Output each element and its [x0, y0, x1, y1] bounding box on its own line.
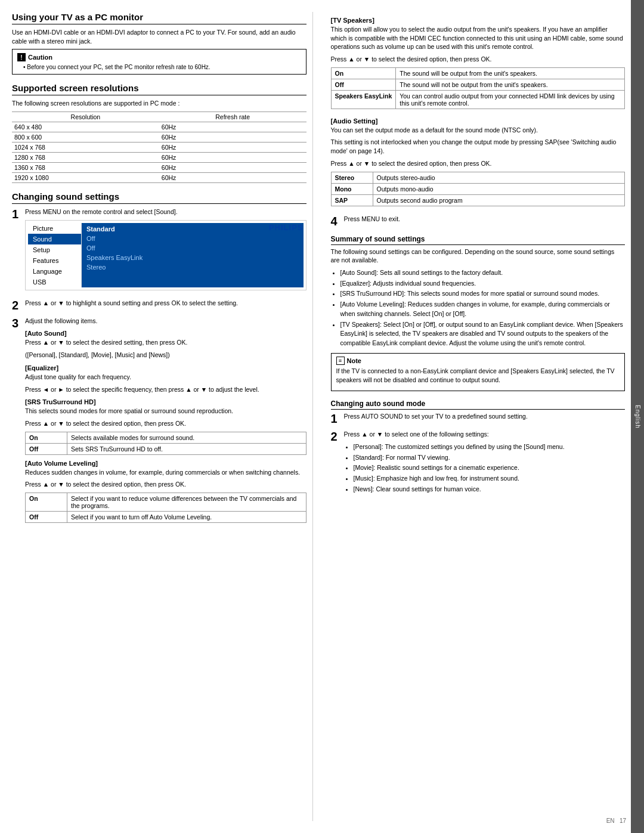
srs-table: OnSelects available modes for surround s… — [25, 432, 306, 455]
caution-label: Caution — [28, 54, 52, 61]
srs-label: [SRS TruSurround HD] — [25, 398, 306, 405]
philips-logo: PHILIPS — [269, 223, 304, 232]
table-value: Sets SRS TruSurround HD to off. — [67, 443, 306, 454]
srs-text: This selects sound modes for more spatia… — [25, 407, 306, 416]
step-1-body: Press MENU on the remote control and sel… — [25, 208, 306, 294]
step-2-text: Press ▲ or ▼ to highlight a sound settin… — [25, 299, 306, 308]
note-text: If the TV is connected to a non-EasyLink… — [336, 367, 620, 384]
table-label: On — [26, 432, 67, 443]
table-cell: 60Hz — [159, 153, 306, 163]
table-label: On — [331, 67, 396, 79]
menu-image-inner: PictureSoundSetupFeaturesLanguageUSB Sta… — [28, 223, 304, 287]
audio-setting-label: [Audio Setting] — [331, 117, 626, 125]
table-cell: 60Hz — [159, 132, 306, 143]
resolution-table: Resolution Refresh rate 640 x 48060Hz800… — [12, 112, 306, 183]
menu-item: Features — [28, 255, 81, 266]
step-4-body: Press MENU to exit. — [344, 215, 626, 228]
step-3-body: Adjust the following items. [Auto Sound]… — [25, 317, 306, 527]
tv-speakers-text: This option will allow you to select the… — [331, 25, 626, 51]
auto-step-2-text: Press ▲ or ▼ to select one of the follow… — [344, 430, 626, 439]
step-4-number: 4 — [331, 215, 340, 228]
caution-icon: ! — [17, 53, 26, 61]
note-box: ≡ Note If the TV is connected to a non-E… — [331, 353, 626, 391]
resolutions-title: Supported screen resolutions — [12, 83, 306, 95]
audio-setting-press: Press ▲ or ▼ to select the desired optio… — [331, 159, 626, 168]
auto-sound-options: ([Personal], [Standard], [Movie], [Music… — [25, 351, 306, 360]
caution-text: • Before you connect your PC, set the PC… — [17, 64, 301, 70]
table-label: Off — [26, 511, 67, 522]
menu-right-item: Speakers EasyLink — [82, 253, 304, 262]
auto-step-2-list: [Personal]: The customized settings you … — [344, 442, 626, 494]
table-value: Select if you want to reduce volume diff… — [67, 493, 306, 511]
table-label: Speakers EasyLink — [331, 90, 396, 109]
list-item: [SRS TruSurround HD]: This selects sound… — [340, 289, 626, 299]
menu-right-item: Stereo — [82, 262, 304, 272]
step-4-text: Press MENU to exit. — [344, 215, 626, 224]
resolutions-intro: The following screen resolutions are sup… — [12, 99, 306, 108]
auto-step-2-number: 2 — [331, 430, 340, 497]
menu-right: StandardOffOffSpeakers EasyLinkStereo — [82, 223, 304, 287]
list-item: [Music]: Emphasize high and low freq. fo… — [354, 474, 626, 484]
list-item: [Auto Volume Leveling]: Reduces sudden c… — [340, 300, 626, 319]
table-value: The sound will not be output from the un… — [396, 79, 625, 90]
auto-step-1-body: Press AUTO SOUND to set your TV to a pre… — [344, 412, 626, 425]
auto-step-2-body: Press ▲ or ▼ to select one of the follow… — [344, 430, 626, 497]
menu-item: Sound — [28, 234, 81, 244]
list-item: [TV Speakers]: Select [On] or [Off], or … — [340, 320, 626, 348]
list-item: [Personal]: The customized settings you … — [354, 442, 626, 452]
menu-item: Setup — [28, 244, 81, 255]
table-cell: 60Hz — [159, 163, 306, 173]
table-value: Selects available modes for surround sou… — [67, 432, 306, 443]
equalizer-label: [Equalizer] — [25, 364, 306, 371]
audio-setting-text2: This setting is not interlocked when you… — [331, 138, 626, 155]
note-label: Note — [347, 357, 361, 364]
table-cell: 1360 x 768 — [12, 163, 159, 173]
caution-detail: Before you connect your PC, set the PC m… — [27, 64, 210, 70]
col-resolution: Resolution — [12, 112, 159, 122]
audio-setting-table: StereoOutputs stereo-audioMonoOutputs mo… — [331, 172, 626, 206]
auto-volume-press: Press ▲ or ▼ to select the desired optio… — [25, 480, 306, 489]
list-item: [Equalizer]: Adjusts individual sound fr… — [340, 279, 626, 289]
auto-sound-text: Press ▲ or ▼ to select the desired setti… — [25, 338, 306, 347]
tv-speakers-press: Press ▲ or ▼ to select the desired optio… — [331, 55, 626, 64]
table-value: Select if you want to turn off Auto Volu… — [67, 511, 306, 522]
list-item: [Standard]: For normal TV viewing. — [354, 453, 626, 463]
step-2-row: 2 Press ▲ or ▼ to highlight a sound sett… — [12, 299, 306, 312]
tv-speakers-table: OnThe sound will be output from the unit… — [331, 67, 626, 109]
note-title: ≡ Note — [336, 357, 620, 365]
step-1-row: 1 Press MENU on the remote control and s… — [12, 208, 306, 294]
step-3-text: Adjust the following items. — [25, 317, 306, 326]
table-label: Stereo — [331, 172, 373, 183]
caution-box: ! Caution • Before you connect your PC, … — [12, 49, 306, 75]
table-cell: 1280 x 768 — [12, 153, 159, 163]
section-sound-settings: Changing sound settings 1 Press MENU on … — [12, 191, 306, 527]
menu-item: Language — [28, 266, 81, 277]
table-cell: 1920 x 1080 — [12, 173, 159, 183]
auto-volume-text: Reduces sudden changes in volume, for ex… — [25, 468, 306, 477]
list-item: [News]: Clear sound settings for human v… — [354, 485, 626, 494]
col-refresh: Refresh rate — [159, 112, 306, 122]
auto-step-2-row: 2 Press ▲ or ▼ to select one of the foll… — [331, 430, 626, 497]
section-resolutions: Supported screen resolutions The followi… — [12, 83, 306, 183]
menu-image: PHILIPS PictureSoundSetupFeaturesLanguag… — [25, 220, 306, 290]
table-cell: 1024 x 768 — [12, 143, 159, 153]
auto-step-1-row: 1 Press AUTO SOUND to set your TV to a p… — [331, 412, 626, 425]
pc-monitor-title: Using your TV as a PC monitor — [12, 12, 306, 24]
step-2-body: Press ▲ or ▼ to highlight a sound settin… — [25, 299, 306, 312]
table-cell: 60Hz — [159, 173, 306, 183]
menu-item: USB — [28, 277, 81, 287]
auto-sound-label: [Auto Sound] — [25, 330, 306, 337]
equalizer-detail: Press ◄ or ► to select the specific freq… — [25, 385, 306, 394]
table-label: Mono — [331, 183, 373, 194]
caution-title: ! Caution — [17, 53, 301, 61]
menu-right-item: Off — [82, 243, 304, 253]
section-audio-setting: [Audio Setting] You can set the output m… — [331, 117, 626, 206]
footer-page: 17 — [620, 817, 626, 824]
section-pc-monitor: Using your TV as a PC monitor Use an HDM… — [12, 12, 306, 75]
auto-volume-label: [Auto Volume Leveling] — [25, 460, 306, 467]
table-cell: 800 x 600 — [12, 132, 159, 143]
table-label: On — [26, 493, 67, 511]
section-summary: Summary of sound settings The following … — [331, 235, 626, 392]
table-cell: 640 x 480 — [12, 122, 159, 132]
table-cell: 60Hz — [159, 143, 306, 153]
